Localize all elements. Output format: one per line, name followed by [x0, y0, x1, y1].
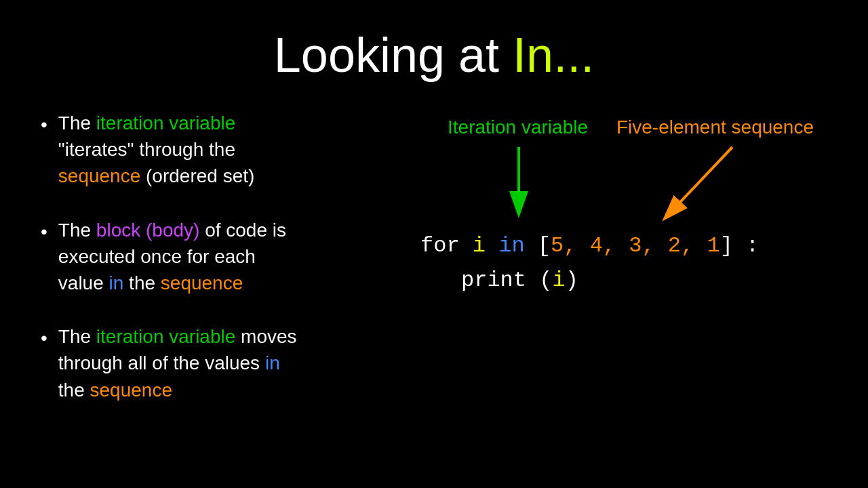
in-keyword: in [498, 233, 524, 258]
bullet-3: • The iteration variable moves through a… [41, 323, 393, 403]
i-print: i [552, 268, 565, 293]
for-keyword: for [420, 233, 473, 258]
bullet-3-text: The iteration variable moves through all… [58, 323, 297, 403]
bullet-2: • The block (body) of code is executed o… [41, 217, 393, 297]
in-keyword-3: in [265, 352, 280, 373]
iteration-variable-3: iteration variable [96, 326, 235, 347]
sequence-3: sequence [90, 380, 172, 401]
block-body: block (body) [96, 220, 200, 241]
five-element-label: Five-element sequence [616, 117, 814, 138]
bullet-1: • The iteration variable "iterates" thro… [41, 110, 393, 190]
orange-arrow [665, 147, 746, 222]
title-highlight: In... [513, 28, 594, 82]
slide-title: Looking at In... [41, 27, 827, 83]
title-prefix: Looking at [274, 28, 513, 82]
close-paren: ) [566, 268, 578, 293]
bullet-dot-1: • [41, 111, 47, 138]
sequence-2: sequence [161, 272, 243, 293]
bullet-dot-3: • [41, 325, 47, 351]
sequence-1: sequence [58, 165, 140, 186]
list-nums: 5, 4, 3, 2, 1 [551, 233, 720, 258]
iteration-variable-label: Iteration variable [448, 117, 588, 138]
iteration-variable-1: iteration variable [96, 113, 235, 134]
bullet-1-text: The iteration variable "iterates" throug… [58, 110, 255, 190]
space2: [ [525, 233, 551, 258]
left-panel: • The iteration variable "iterates" thro… [41, 110, 393, 430]
code-block: for i in [5, 4, 3, 2, 1] : print (i) [420, 228, 759, 298]
right-panel: Iteration variable Five-element sequence [393, 110, 827, 430]
bracket-colon: ] : [720, 233, 760, 258]
svg-line-3 [671, 147, 732, 211]
slide: Looking at In... • The iteration variabl… [0, 0, 868, 488]
print-keyword: print ( [461, 268, 552, 293]
bullet-2-text: The block (body) of code is executed onc… [58, 217, 286, 297]
code-line-1: for i in [5, 4, 3, 2, 1] : [420, 228, 759, 263]
green-arrow [498, 147, 539, 215]
code-line-2: print (i) [420, 263, 759, 298]
bullet-dot-2: • [41, 218, 47, 245]
content-area: • The iteration variable "iterates" thro… [41, 110, 827, 430]
in-keyword-2: in [109, 272, 124, 293]
i-variable: i [473, 233, 486, 258]
space1 [486, 233, 498, 258]
